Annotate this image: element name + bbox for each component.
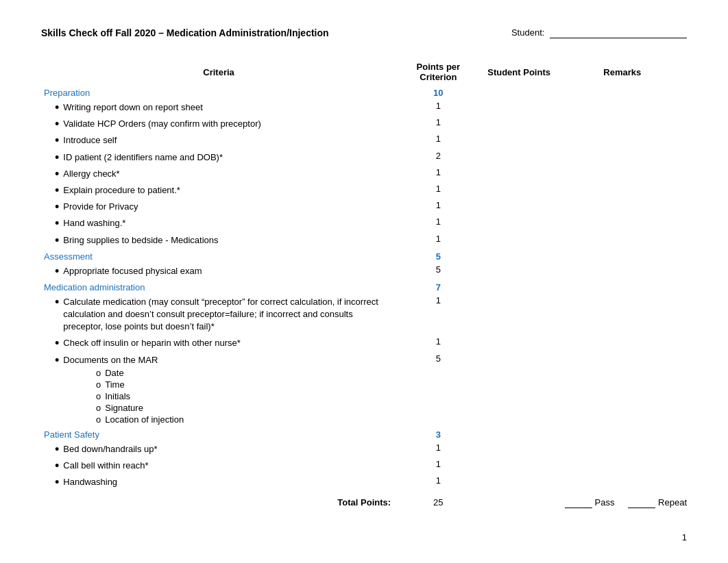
remarks-cell[interactable] [558,132,687,149]
page-header: Skills Check off Fall 2020 – Medication … [41,27,687,38]
bullet-icon: • [55,296,59,308]
total-label: Total Points: [41,490,396,508]
item-label: Allergy check* [63,168,119,180]
remarks-cell[interactable] [558,149,687,166]
student-points-cell[interactable] [481,263,558,279]
student-points-cell[interactable] [481,149,558,166]
item-label: Provide for Privacy [63,201,138,213]
item-points: 1 [396,99,480,116]
item-label: Writing report down on report sheet [63,101,203,114]
student-points-cell[interactable] [481,132,558,149]
remarks-cell[interactable] [558,232,687,249]
table-row: •Documents on the MARoDateoTimeoInitials… [41,352,687,427]
item-label: Check off insulin or heparin with other … [63,337,240,349]
total-row: Total Points:25 Pass Repeat [41,490,687,508]
remarks-cell[interactable] [558,116,687,132]
repeat-option: Repeat [628,497,687,508]
remarks-cell[interactable] [558,474,687,490]
bullet-icon: • [55,217,59,229]
remarks-cell[interactable] [558,199,687,215]
section-name: Assessment [44,251,93,262]
table-row: •Explain procedure to patient.*1 [41,182,687,199]
bullet-icon: • [55,201,59,213]
remarks-cell[interactable] [558,294,687,336]
remarks-cell[interactable] [558,215,687,232]
item-label: Bed down/handrails up* [63,443,157,455]
remarks-cell[interactable] [558,335,687,351]
remarks-cell[interactable] [558,458,687,474]
item-label: Calculate medication (may consult “prece… [63,296,393,334]
bullet-icon: • [55,151,59,164]
remarks-cell[interactable] [558,182,687,199]
remarks-cell[interactable] [558,263,687,279]
section-header-row: Medication administration7 [41,279,687,294]
table-row: •Check off insulin or heparin with other… [41,335,687,351]
student-points-cell[interactable] [481,294,558,336]
sub-bullet-item: oLocation of injection [96,414,393,425]
bullet-icon: • [55,168,59,180]
page-title: Skills Check off Fall 2020 – Medication … [41,27,329,38]
student-points-cell[interactable] [481,352,558,427]
points-header: Points per Criterion [396,59,480,85]
student-points-cell[interactable] [481,335,558,351]
table-row: •Hand washing.*1 [41,215,687,232]
student-points-cell[interactable] [481,116,558,132]
section-name: Preparation [44,88,90,98]
item-label: Explain procedure to patient.* [63,184,180,197]
sub-bullet-item: oDate [96,367,393,379]
section-points: 3 [396,427,480,441]
table-row: •Validate HCP Orders (may confirm with p… [41,116,687,132]
remarks-header: Remarks [558,59,687,85]
item-points: 1 [396,441,480,458]
student-points-cell[interactable] [481,474,558,490]
section-points: 5 [396,249,480,263]
section-header-row: Assessment5 [41,249,687,263]
student-points-cell[interactable] [481,441,558,458]
pass-option: Pass [565,497,615,508]
bullet-icon: • [55,443,59,455]
table-row: •Bed down/handrails up*1 [41,441,687,458]
sub-bullet-item: oTime [96,379,393,390]
student-points-header: Student Points [481,59,558,85]
student-points-cell[interactable] [481,215,558,232]
item-points: 1 [396,335,480,351]
remarks-cell[interactable] [558,166,687,182]
bullet-icon: • [55,234,59,247]
item-points: 1 [396,232,480,249]
remarks-cell[interactable] [558,99,687,116]
sub-bullet-item: oSignature [96,402,393,414]
item-label: ID patient (2 identifiers name and DOB)* [63,151,223,164]
table-row: •Allergy check*1 [41,166,687,182]
section-name: Patient Safety [44,429,99,440]
student-name-line [550,27,687,38]
sub-item-label: Date [105,368,123,378]
item-label: Appropriate focused physical exam [63,265,202,277]
section-header-row: Patient Safety3 [41,427,687,441]
student-points-cell[interactable] [481,232,558,249]
item-label: Documents on the MAR [63,354,158,366]
student-points-cell[interactable] [481,99,558,116]
table-row: •Introduce self1 [41,132,687,149]
item-label: Handwashing [63,476,117,488]
item-label: Introduce self [63,134,117,147]
total-points: 25 [396,490,480,508]
bullet-icon: • [55,265,59,277]
item-points: 1 [396,166,480,182]
remarks-cell[interactable] [558,441,687,458]
sub-item-label: Signature [105,403,143,413]
table-row: •Writing report down on report sheet1 [41,99,687,116]
criteria-header: Criteria [41,59,396,85]
section-points: 10 [396,85,480,99]
student-points-cell[interactable] [481,182,558,199]
table-row: •ID patient (2 identifiers name and DOB)… [41,149,687,166]
table-row: •Provide for Privacy1 [41,199,687,215]
sub-bullet-item: oInitials [96,390,393,402]
item-label: Hand washing.* [63,217,125,229]
student-points-cell[interactable] [481,166,558,182]
student-points-cell[interactable] [481,458,558,474]
bullet-icon: • [55,460,59,472]
item-label: Call bell within reach* [63,460,148,472]
remarks-cell[interactable] [558,352,687,427]
main-table: Criteria Points per Criterion Student Po… [41,59,687,508]
student-points-cell[interactable] [481,199,558,215]
